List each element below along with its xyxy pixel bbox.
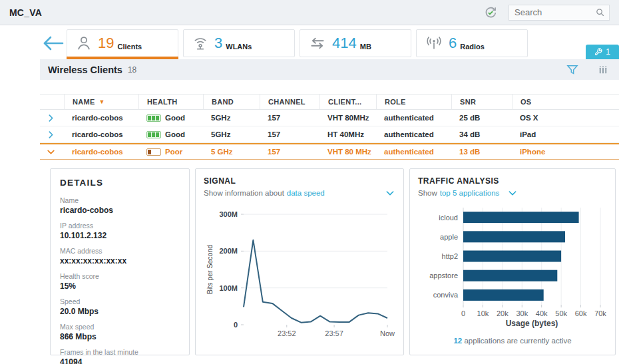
cell-health: Good	[138, 114, 203, 122]
column-header-client[interactable]: CLIENT...	[319, 94, 376, 109]
list-count: 18	[128, 65, 136, 75]
tab-label: WLANs	[226, 43, 252, 51]
tab-radios[interactable]: 6Radios	[416, 29, 528, 57]
cell-band: 5 GHz	[203, 148, 260, 156]
cell-channel: 157	[260, 148, 319, 156]
top-apps-link[interactable]: top 5 applications	[440, 189, 500, 197]
expand-column-header	[40, 94, 64, 109]
chevron-down-icon[interactable]	[385, 188, 395, 198]
search-input[interactable]	[513, 7, 595, 18]
svg-text:0: 0	[234, 321, 238, 329]
cell-role: authenticated	[376, 148, 451, 156]
detail-field: Namericardo-cobos	[60, 196, 180, 215]
expand-row-icon[interactable]	[40, 114, 64, 122]
detail-field: Max speed866 Mbps	[60, 323, 180, 341]
cell-os: iPhone	[512, 148, 619, 156]
details-fields: Namericardo-cobosIP address10.101.2.132M…	[60, 196, 180, 364]
tab-count: 6	[449, 36, 457, 51]
svg-text:60k: 60k	[575, 309, 587, 317]
health-meter-icon	[146, 148, 161, 156]
tab-mb[interactable]: 414MB	[300, 29, 411, 57]
health-meter-icon	[146, 114, 161, 122]
list-title: Wireless Clients	[48, 65, 122, 75]
svg-text:100M: 100M	[219, 284, 238, 292]
svg-text:Usage (bytes): Usage (bytes)	[506, 319, 558, 328]
list-header: Wireless Clients 18	[40, 59, 619, 80]
health-meter-icon	[146, 131, 161, 138]
cell-role: authenticated	[376, 114, 451, 122]
signal-chart: 0100M200M300M23:5223:57NowBits per Secon…	[204, 205, 395, 346]
svg-text:10k: 10k	[477, 309, 489, 317]
wlan-icon	[192, 35, 209, 52]
field-value: ricardo-cobos	[60, 206, 180, 215]
signal-title: SIGNAL	[204, 176, 395, 186]
cell-health: Good	[138, 130, 203, 139]
cell-health: Poor	[138, 148, 203, 156]
cell-band: 5GHz	[203, 114, 260, 122]
column-header-health[interactable]: HEALTH	[138, 94, 203, 109]
detail-field: MAC addressxx:xx:xx:xx:xx:xx	[60, 247, 180, 266]
tab-row: 19Clients3WLANs414MB6Radios 1	[40, 25, 619, 59]
column-header-band[interactable]: BAND	[203, 94, 260, 109]
active-apps-count: 12	[453, 337, 462, 345]
column-header-snr[interactable]: SNR	[451, 94, 512, 109]
svg-text:conviva: conviva	[433, 291, 459, 299]
transfer-icon	[308, 35, 327, 52]
field-label: MAC address	[60, 247, 180, 255]
field-label: Frames in the last minute	[60, 348, 180, 356]
radio-icon	[425, 35, 443, 52]
table-row[interactable]: ricardo-cobosGood5GHz157HT 40MHzauthenti…	[40, 126, 619, 143]
detail-field: IP address10.101.2.132	[60, 222, 180, 240]
signal-panel: SIGNAL Show information about data speed…	[195, 168, 404, 355]
svg-text:23:52: 23:52	[278, 329, 296, 337]
svg-text:appstore: appstore	[429, 272, 458, 279]
notification-badge[interactable]: 1	[586, 45, 619, 59]
columns-icon[interactable]	[598, 65, 608, 75]
column-header-os[interactable]: OS	[512, 94, 619, 109]
svg-text:http2: http2	[442, 252, 458, 260]
table-header-row: NAME ▼HEALTHBANDCHANNELCLIENT...ROLESNRO…	[40, 94, 619, 110]
cell-snr: 25 dB	[451, 114, 512, 122]
tab-label: Clients	[117, 43, 142, 51]
cell-os: OS X	[512, 114, 619, 122]
field-value: 15%	[60, 281, 180, 291]
chevron-down-icon[interactable]	[507, 188, 518, 198]
svg-text:apple: apple	[440, 233, 458, 241]
field-label: IP address	[60, 222, 180, 230]
details-panel: DETAILS Namericardo-cobosIP address10.10…	[50, 168, 190, 355]
search-icon[interactable]	[595, 7, 605, 17]
search-box	[509, 5, 610, 21]
table-body: ricardo-cobosGood5GHz157VHT 80MHzauthent…	[40, 110, 619, 160]
main-content: 19Clients3WLANs414MB6Radios 1 Wireless C…	[0, 25, 619, 355]
data-speed-link[interactable]: data speed	[287, 189, 325, 197]
table-row[interactable]: ricardo-cobosPoor5 GHz157VHT 80 MHzauthe…	[40, 143, 619, 160]
tab-clients[interactable]: 19Clients	[67, 29, 178, 57]
tab-count: 3	[214, 36, 222, 51]
tab-wlans[interactable]: 3WLANs	[183, 29, 295, 57]
table-row[interactable]: ricardo-cobosGood5GHz157VHT 80MHzauthent…	[40, 110, 619, 126]
traffic-title: TRAFFIC ANALYSIS	[418, 176, 607, 186]
field-value: 866 Mbps	[60, 332, 180, 341]
svg-text:50k: 50k	[555, 309, 567, 317]
summary-tabs: 19Clients3WLANs414MB6Radios	[67, 29, 528, 57]
svg-text:20k: 20k	[497, 309, 509, 317]
refresh-icon[interactable]	[483, 5, 498, 20]
traffic-chart: 010k20k30k40k50k60k70kicloudapplehttp2ap…	[418, 205, 607, 331]
column-header-role[interactable]: ROLE	[376, 94, 451, 109]
top-bar: MC_VA	[0, 0, 619, 25]
svg-text:icloud: icloud	[439, 214, 458, 222]
column-header-name[interactable]: NAME ▼	[64, 94, 138, 109]
back-button[interactable]	[40, 29, 67, 57]
tab-count: 414	[332, 36, 357, 51]
detail-panels: DETAILS Namericardo-cobosIP address10.10…	[50, 168, 619, 355]
collapse-row-icon[interactable]	[40, 148, 64, 156]
column-header-channel[interactable]: CHANNEL	[260, 94, 319, 109]
expand-row-icon[interactable]	[40, 130, 64, 139]
svg-text:Now: Now	[380, 329, 395, 337]
page-title: MC_VA	[9, 7, 42, 18]
filter-icon[interactable]	[566, 63, 579, 77]
field-value: 10.101.2.132	[60, 231, 180, 240]
cell-name: ricardo-cobos	[64, 114, 138, 122]
active-apps-text: applications are currently active	[464, 337, 571, 345]
field-label: Health score	[60, 272, 180, 280]
